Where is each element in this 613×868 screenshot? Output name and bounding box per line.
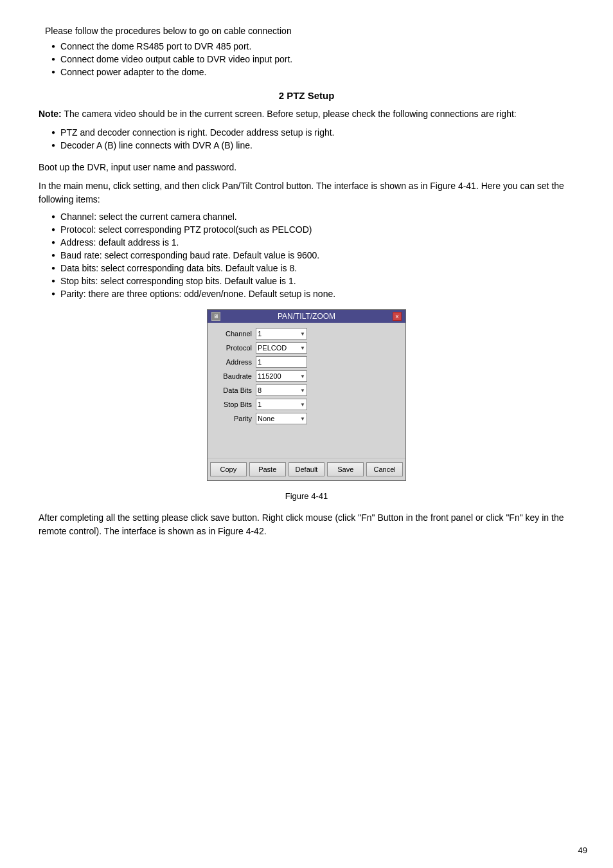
form-input: 1 bbox=[256, 356, 307, 368]
note-text: The camera video should be in the curren… bbox=[62, 109, 517, 119]
list-item: Stop bits: select corresponding stop bit… bbox=[51, 276, 574, 286]
paste-button[interactable]: Paste bbox=[249, 462, 286, 476]
form-row: Address1 bbox=[214, 356, 399, 368]
copy-button[interactable]: Copy bbox=[210, 462, 247, 476]
dropdown-arrow-icon: ▼ bbox=[299, 402, 305, 408]
cancel-button[interactable]: Cancel bbox=[366, 462, 403, 476]
ptz-dialog: 🖥 PAN/TILT/ZOOM × Channel1▼ProtocolPELCO… bbox=[207, 309, 406, 481]
dropdown-arrow-icon: ▼ bbox=[299, 331, 305, 337]
form-input-value: 1 bbox=[258, 358, 305, 366]
list-item: Protocol: select corresponding PTZ proto… bbox=[51, 224, 574, 235]
form-label: Parity bbox=[214, 415, 256, 422]
dialog-icon: 🖥 bbox=[211, 312, 220, 321]
form-row: Baudrate115200▼ bbox=[214, 370, 399, 382]
form-input-value: None bbox=[258, 415, 299, 422]
dialog-titlebar: 🖥 PAN/TILT/ZOOM × bbox=[208, 310, 405, 323]
form-label: Protocol bbox=[214, 344, 256, 352]
list-item: Connect power adapter to the dome. bbox=[51, 67, 574, 77]
form-input-value: 8 bbox=[258, 386, 299, 394]
note-bullets: PTZ and decoder connection is right. Dec… bbox=[39, 127, 574, 150]
list-item: PTZ and decoder connection is right. Dec… bbox=[51, 127, 574, 138]
form-input-value: 1 bbox=[258, 401, 299, 408]
note-block: Note: The camera video should be in the … bbox=[39, 107, 574, 121]
after-para: After completing all the setting please … bbox=[39, 511, 574, 538]
dropdown-arrow-icon: ▼ bbox=[299, 374, 305, 379]
setting-bullets: Channel: select the current camera chann… bbox=[39, 212, 574, 299]
intro-lead: Please follow the procedures below to go… bbox=[39, 26, 574, 36]
save-button[interactable]: Save bbox=[327, 462, 364, 476]
dropdown-arrow-icon: ▼ bbox=[299, 345, 305, 351]
form-row: Data Bits8▼ bbox=[214, 384, 399, 396]
form-label: Channel bbox=[214, 330, 256, 338]
dialog-title: PAN/TILT/ZOOM bbox=[278, 312, 335, 321]
form-label: Baudrate bbox=[214, 372, 256, 380]
form-input[interactable]: 1▼ bbox=[256, 328, 307, 339]
para2: In the main menu, click setting, and the… bbox=[39, 179, 574, 206]
dialog-buttons: CopyPasteDefaultSaveCancel bbox=[208, 458, 405, 480]
form-input-value: 115200 bbox=[258, 372, 299, 380]
list-item: Connect the dome RS485 port to DVR 485 p… bbox=[51, 41, 574, 51]
list-item: Parity: there are three options: odd/eve… bbox=[51, 289, 574, 299]
dialog-body: Channel1▼ProtocolPELCOD▼Address1Baudrate… bbox=[208, 323, 405, 458]
form-label: Data Bits bbox=[214, 386, 256, 394]
dialog-container: 🖥 PAN/TILT/ZOOM × Channel1▼ProtocolPELCO… bbox=[39, 309, 574, 481]
dropdown-arrow-icon: ▼ bbox=[299, 416, 305, 422]
list-item: Data bits: select corresponding data bit… bbox=[51, 263, 574, 273]
form-label: Address bbox=[214, 358, 256, 366]
list-item: Address: default address is 1. bbox=[51, 237, 574, 248]
dialog-close-button[interactable]: × bbox=[393, 312, 402, 321]
form-input[interactable]: 1▼ bbox=[256, 399, 307, 410]
para1: Boot up the DVR, input user name and pas… bbox=[39, 161, 574, 174]
dropdown-arrow-icon: ▼ bbox=[299, 388, 305, 393]
intro-bullets: Connect the dome RS485 port to DVR 485 p… bbox=[39, 41, 574, 77]
form-label: Stop Bits bbox=[214, 401, 256, 408]
figure-caption: Figure 4-41 bbox=[39, 491, 574, 501]
list-item: Decoder A (B) line connects with DVR A (… bbox=[51, 140, 574, 150]
form-input[interactable]: 8▼ bbox=[256, 384, 307, 396]
form-input[interactable]: 115200▼ bbox=[256, 370, 307, 382]
list-item: Connect dome video output cable to DVR v… bbox=[51, 54, 574, 64]
page-number: 49 bbox=[578, 845, 587, 855]
form-row: Stop Bits1▼ bbox=[214, 399, 399, 410]
default-button[interactable]: Default bbox=[289, 462, 325, 476]
page-content: Please follow the procedures below to go… bbox=[39, 26, 574, 582]
note-label: Note: bbox=[39, 109, 62, 119]
form-row: Channel1▼ bbox=[214, 328, 399, 339]
form-row: ProtocolPELCOD▼ bbox=[214, 342, 399, 354]
list-item: Channel: select the current camera chann… bbox=[51, 212, 574, 222]
list-item: Baud rate: select corresponding baud rat… bbox=[51, 250, 574, 260]
section-title: 2 PTZ Setup bbox=[39, 90, 574, 101]
form-input[interactable]: None▼ bbox=[256, 413, 307, 424]
form-input-value: PELCOD bbox=[258, 344, 299, 352]
form-row: ParityNone▼ bbox=[214, 413, 399, 424]
form-input[interactable]: PELCOD▼ bbox=[256, 342, 307, 354]
form-input-value: 1 bbox=[258, 330, 299, 338]
